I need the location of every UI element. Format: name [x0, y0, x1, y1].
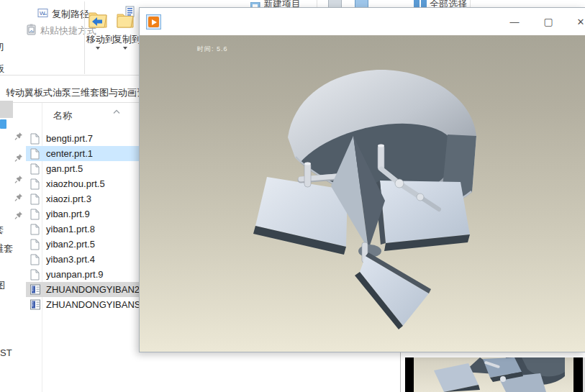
column-divider[interactable]	[400, 352, 401, 392]
list-item[interactable]: xiaozhou.prt.5	[26, 176, 140, 191]
copy-path-icon: W	[37, 7, 49, 19]
prt-file-icon	[30, 163, 40, 175]
video-thumbnail-window	[405, 357, 583, 392]
copy-to-icon	[116, 6, 137, 30]
video-file-icon	[30, 299, 40, 311]
prt-file-icon	[30, 178, 40, 190]
address-bar[interactable]: 转动翼板式油泵三维套图与动画资料	[6, 86, 155, 99]
play-app-icon	[146, 14, 161, 29]
select-all-icon	[414, 0, 427, 7]
prt-file-icon	[30, 224, 40, 235]
svg-text:W: W	[40, 10, 45, 17]
list-item[interactable]: yiban2.prt.5	[26, 237, 140, 252]
sort-ascending-icon	[112, 104, 121, 117]
move-to-icon	[87, 7, 109, 30]
time-label: 时间: 5.6	[197, 45, 228, 54]
nav-item-fragment[interactable]: 维套	[0, 242, 13, 255]
maximize-button[interactable]: ▢	[538, 8, 559, 35]
copy-to-button[interactable]: 复制到	[113, 33, 141, 46]
prt-file-icon	[30, 269, 40, 281]
ribbon-cut-fragment[interactable]: 切	[0, 41, 4, 54]
prt-file-icon	[30, 239, 40, 250]
column-header-name[interactable]: 名称	[53, 109, 72, 122]
prt-file-icon	[30, 209, 40, 220]
prt-file-icon	[30, 193, 40, 205]
list-item[interactable]: ZHUANDONGYIBANSH	[26, 297, 140, 312]
animation-player-window: — ▢ ✕ 时间: 5.6	[139, 7, 585, 352]
pin-icon	[14, 192, 24, 205]
list-item[interactable]: bengti.prt.7	[26, 131, 140, 146]
pin-icon	[14, 210, 24, 223]
move-to-button[interactable]: 移动到	[86, 33, 114, 46]
prt-file-icon	[30, 148, 40, 160]
list-item[interactable]: gan.prt.5	[26, 161, 140, 176]
list-item[interactable]: yuanpan.prt.9	[26, 267, 140, 282]
pin-icon	[14, 174, 24, 187]
pin-icon	[14, 152, 24, 165]
nav-item-fragment[interactable]: 套	[0, 224, 4, 237]
video-file-icon	[30, 284, 40, 296]
list-item[interactable]: yiban3.prt.4	[26, 252, 140, 267]
list-item[interactable]: yiban.prt.9	[26, 206, 140, 222]
nav-item-fragment[interactable]: ST	[0, 347, 12, 358]
letterbox-bar	[573, 357, 583, 392]
thumbnail-3d-model	[414, 357, 573, 392]
ribbon-separator	[84, 1, 85, 74]
player-titlebar[interactable]: — ▢ ✕	[140, 8, 585, 35]
copy-to-dropdown-icon[interactable]	[123, 47, 127, 50]
close-button[interactable]: ✕	[570, 8, 585, 35]
nav-item-fragment[interactable]: 图	[0, 279, 5, 292]
prt-file-icon	[30, 133, 40, 145]
nav-folder-icon	[0, 119, 6, 129]
prt-file-icon	[30, 254, 40, 265]
ribbon-clipboard-fragment: 板	[0, 63, 4, 76]
nav-selected-item[interactable]	[0, 101, 13, 118]
minimize-button[interactable]: —	[504, 8, 525, 35]
list-item-selected[interactable]: ZHUANDONGYIBAN2	[26, 282, 140, 297]
letterbox-bar	[405, 357, 414, 392]
move-to-dropdown-icon[interactable]	[96, 47, 100, 50]
pump-3d-model	[140, 35, 585, 352]
paste-shortcut-icon	[26, 24, 37, 35]
list-item[interactable]: yiban1.prt.8	[26, 222, 140, 237]
pin-icon	[14, 131, 24, 144]
3d-viewport: 时间: 5.6	[140, 35, 585, 352]
list-item[interactable]: xiaozi.prt.3	[26, 191, 140, 206]
list-item-selected[interactable]: center.prt.1	[26, 146, 140, 161]
